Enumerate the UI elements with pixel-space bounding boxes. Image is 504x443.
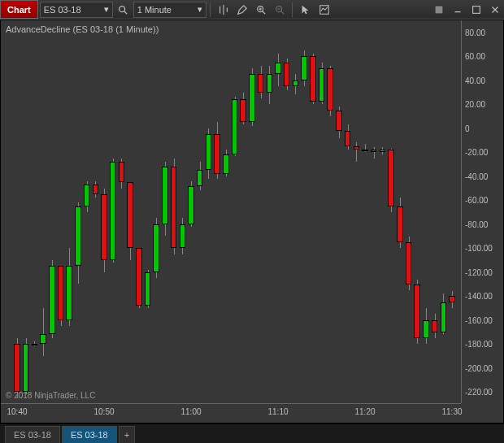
candle-body bbox=[180, 224, 185, 249]
candle-body bbox=[66, 266, 72, 319]
candle-body bbox=[214, 134, 219, 174]
candle-body bbox=[188, 186, 193, 224]
y-tick-label: -60.00 bbox=[465, 196, 488, 205]
x-tick-label: 11:00 bbox=[180, 407, 201, 416]
y-tick-label: -160.00 bbox=[465, 315, 493, 324]
candle-body bbox=[310, 56, 315, 102]
candle-body bbox=[345, 131, 350, 146]
data-series-icon[interactable] bbox=[315, 2, 333, 18]
add-tab-button[interactable]: + bbox=[119, 426, 135, 443]
y-tick-label: 20.00 bbox=[465, 100, 485, 109]
y-tick-label: -40.00 bbox=[465, 172, 488, 180]
y-tick-label: 40.00 bbox=[465, 76, 485, 85]
x-tick-label: 11:10 bbox=[267, 407, 288, 416]
candle-body bbox=[101, 194, 106, 260]
interval-value: 1 Minute bbox=[137, 5, 172, 15]
svg-line-8 bbox=[262, 11, 265, 14]
indicators-icon[interactable] bbox=[215, 2, 232, 18]
y-axis[interactable]: 80.0060.0040.0020.000-20.00-40.00-60.00-… bbox=[461, 20, 503, 403]
candle-body bbox=[406, 242, 411, 284]
y-tick-label: -140.00 bbox=[465, 292, 493, 301]
candle-body bbox=[354, 146, 359, 150]
x-tick-label: 10:40 bbox=[7, 407, 27, 416]
y-tick-label: -180.00 bbox=[465, 340, 493, 349]
candle-body bbox=[423, 320, 428, 338]
y-tick-label: 0 bbox=[465, 124, 470, 132]
tab-es-03-18-2[interactable]: ES 03-18 bbox=[62, 426, 117, 443]
candle-body bbox=[232, 99, 237, 154]
chevron-down-icon: ▾ bbox=[198, 4, 202, 15]
x-tick-label: 11:20 bbox=[354, 407, 375, 416]
svg-point-0 bbox=[119, 6, 124, 11]
svg-rect-15 bbox=[473, 6, 480, 13]
tab-es-03-18-1[interactable]: ES 03-18 bbox=[5, 426, 60, 443]
chevron-down-icon: ▾ bbox=[104, 4, 109, 15]
bottom-tabs: ES 03-18 ES 03-18 + bbox=[0, 423, 504, 443]
cursor-icon[interactable] bbox=[297, 2, 315, 18]
zoom-out-icon[interactable] bbox=[271, 2, 289, 18]
y-tick-label: -220.00 bbox=[465, 388, 493, 397]
x-axis[interactable]: 10:4010:5011:0011:1011:2011:30 bbox=[1, 403, 461, 423]
candle-body bbox=[275, 63, 280, 75]
candle-body bbox=[249, 74, 254, 122]
x-tick-label: 11:30 bbox=[441, 407, 462, 416]
instrument-selector[interactable]: ES 03-18 ▾ bbox=[40, 2, 113, 18]
svg-rect-13 bbox=[436, 6, 443, 13]
toolbar-separator bbox=[292, 2, 293, 17]
candle-body bbox=[371, 150, 376, 152]
interval-selector[interactable]: 1 Minute ▾ bbox=[133, 2, 206, 18]
y-tick-label: -100.00 bbox=[465, 244, 493, 253]
candle-body bbox=[162, 167, 167, 224]
candle-body bbox=[397, 206, 402, 242]
maximize-icon[interactable] bbox=[467, 2, 485, 18]
zoom-in-icon[interactable] bbox=[252, 2, 270, 18]
search-icon[interactable] bbox=[114, 2, 132, 18]
candle-body bbox=[14, 344, 20, 392]
candle-body bbox=[362, 150, 367, 151]
candle-body bbox=[293, 80, 298, 86]
candle-body bbox=[240, 99, 245, 122]
candle-body bbox=[206, 134, 211, 170]
minimize-icon[interactable] bbox=[449, 2, 467, 18]
chart-menu-button[interactable]: Chart bbox=[0, 0, 38, 19]
candle-body bbox=[432, 320, 437, 332]
chart-window: Chart ES 03-18 ▾ 1 Minute ▾ bbox=[0, 0, 504, 443]
candle-body bbox=[223, 154, 228, 174]
candle-body bbox=[40, 334, 46, 344]
y-tick-label: 80.00 bbox=[465, 28, 485, 37]
candle-body bbox=[32, 344, 37, 345]
candle-body bbox=[171, 167, 176, 248]
chart-area[interactable]: AdvanceDecline (ES 03-18 (1 Minute)) © 2… bbox=[0, 20, 504, 423]
candle-body bbox=[93, 185, 98, 194]
candle-body bbox=[110, 162, 115, 260]
y-tick-label: -200.00 bbox=[465, 363, 493, 372]
toolbar-separator bbox=[210, 2, 211, 17]
candle-body bbox=[267, 74, 272, 92]
y-tick-label: -20.00 bbox=[465, 148, 488, 157]
candle-body bbox=[58, 266, 63, 319]
close-icon[interactable] bbox=[486, 2, 504, 18]
svg-line-1 bbox=[124, 11, 127, 14]
toolbar: Chart ES 03-18 ▾ 1 Minute ▾ bbox=[0, 0, 504, 20]
candle-body bbox=[84, 185, 89, 206]
properties-icon[interactable] bbox=[430, 2, 448, 18]
y-tick-label: -80.00 bbox=[465, 219, 488, 228]
candle-body bbox=[136, 248, 141, 306]
chart-plot[interactable] bbox=[1, 20, 461, 403]
candle-body bbox=[336, 111, 341, 131]
candle-body bbox=[153, 224, 159, 272]
pencil-icon[interactable] bbox=[233, 2, 251, 18]
x-tick-label: 10:50 bbox=[93, 407, 114, 416]
candle-body bbox=[414, 284, 419, 338]
candle-body bbox=[380, 150, 385, 152]
candle-body bbox=[327, 68, 332, 111]
svg-line-11 bbox=[280, 11, 284, 14]
y-tick-label: -120.00 bbox=[465, 267, 493, 276]
candle-body bbox=[49, 266, 54, 334]
candle-body bbox=[127, 182, 133, 248]
y-tick-label: 60.00 bbox=[465, 52, 485, 61]
candle-body bbox=[284, 63, 289, 87]
candle-body bbox=[119, 162, 124, 182]
candle-body bbox=[441, 302, 446, 332]
candle-body bbox=[145, 272, 150, 306]
